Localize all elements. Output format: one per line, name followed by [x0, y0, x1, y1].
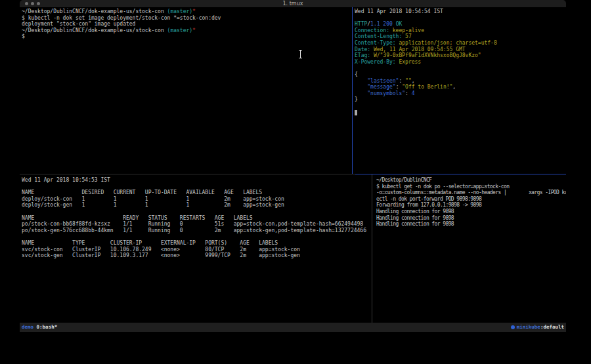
command-output: Handling connection for 9898 [376, 221, 566, 228]
http-header: ETag: W/"39-0xBPf9aF1dXVNkhsxoBQgJ8vKzo" [355, 52, 566, 59]
git-branch: (master) [167, 9, 193, 14]
json-brace-close: } [355, 96, 566, 103]
json-field: "message": "Off to Berlin!", [355, 84, 566, 91]
session-name[interactable]: demo [22, 324, 33, 330]
timestamp: Wed 11 Apr 2018 10:54:53 IST [22, 177, 370, 184]
kube-context: minikube [517, 324, 540, 330]
pane-bottom-left[interactable]: Wed 11 Apr 2018 10:54:53 IST NAME DESIRE… [22, 177, 370, 321]
command-output: Forwarding from 127.0.0.1:9898 -> 9898 [376, 202, 566, 209]
status-right: minikube:default [511, 323, 564, 332]
http-header: Content-Type: application/json; charset=… [355, 40, 566, 47]
titlebar[interactable]: 1. tmux [20, 0, 566, 7]
timestamp: Wed 11 Apr 2018 10:54:54 IST [355, 9, 566, 15]
command-output: Handling connection for 9898 [376, 215, 566, 222]
prompt-char: $ [22, 33, 350, 40]
http-header: Connection: keep-alive [355, 28, 566, 34]
git-dirty-flag: * [192, 9, 196, 14]
http-header: X-Powered-By: Express [355, 59, 566, 66]
window-name[interactable]: 0:bash* [33, 324, 57, 330]
table-row: svc/stock-gen ClusterIP 10.109.3.177 <no… [22, 253, 370, 259]
cursor-line [355, 110, 566, 116]
table-row: po/stock-con-bb68f88fd-kzsxz 1/1 Running… [22, 221, 370, 228]
command-line: -o=custom-columns=:metadata.name --no-he… [376, 190, 566, 196]
command-line: $ kubectl -n dok set image deployment/st… [22, 15, 350, 22]
table-row: deploy/stock-con 1 1 1 1 2m app=stock-co… [22, 196, 370, 203]
window-title: 1. tmux [20, 1, 566, 7]
pane-divider-vertical-bottom[interactable] [372, 174, 372, 323]
git-branch: (master) [167, 28, 193, 33]
http-version-status: 1.1 200 [370, 21, 396, 27]
pane-top-left[interactable]: ~/Desktop/DublinCNCF/dok-example-us/stoc… [22, 9, 350, 172]
pane-divider-horizontal-left[interactable] [20, 174, 355, 174]
prompt-path: ~/Desktop/DublinCNCF/dok-example-us/stoc… [22, 9, 167, 14]
pane-divider-vertical-top[interactable] [352, 7, 353, 174]
desktop-background: 1. tmux ~/Desktop/DublinCNCF/dok-example… [0, 0, 591, 364]
kube-namespace: :default [540, 324, 564, 330]
json-field: "lastseen": "", [355, 78, 566, 85]
table-header: NAME TYPE CLUSTER-IP EXTERNAL-IP PORT(S)… [22, 240, 370, 247]
command-line: ectl -n dok port-forward POD 9898:9898 [376, 196, 566, 203]
mouse-ibeam-cursor [299, 50, 302, 58]
status-left: demo 0:bash* [22, 323, 57, 332]
http-proto: HTTP [355, 21, 367, 27]
table-header: NAME DESIRED CURRENT UP-TO-DATE AVAILABL… [22, 190, 370, 196]
prompt-path: ~/Desktop/DublinCNCF/dok-example-us/stoc… [22, 28, 167, 33]
block-cursor [355, 110, 357, 115]
pane-divider-horizontal-right[interactable] [355, 174, 566, 174]
tmux-status-bar: demo 0:bash* minikube:default [20, 323, 566, 332]
prompt-line: ~/Desktop/DublinCNCF/dok-example-us/stoc… [22, 28, 350, 34]
prompt-line: ~/Desktop/DublinCNCF/dok-example-us/stoc… [22, 9, 350, 15]
http-status-line: HTTP/1.1 200 OK [355, 21, 566, 28]
table-header: NAME READY STATUS RESTARTS AGE LABELS [22, 215, 370, 222]
http-reason: OK [396, 21, 403, 27]
http-header: Date: Wed, 11 Apr 2018 09:54:55 GMT [355, 47, 566, 53]
table-row: deploy/stock-gen 1 1 1 1 2m app=stock-ge… [22, 202, 370, 209]
json-brace-open: { [355, 71, 566, 78]
pane-top-right[interactable]: Wed 11 Apr 2018 10:54:54 IST HTTP/1.1 20… [355, 9, 566, 172]
pane-bottom-right[interactable]: ~/Desktop/DublinCNCF $ kubectl get -n do… [376, 177, 566, 321]
command-output: deployment "stock-con" image updated [22, 21, 350, 28]
table-row: svc/stock-con ClusterIP 10.106.78.249 <n… [22, 247, 370, 253]
http-header: Content-Length: 57 [355, 33, 566, 40]
git-dirty-flag: * [192, 28, 196, 33]
prompt-path: ~/Desktop/DublinCNCF [376, 177, 566, 184]
helm-wheel-icon [511, 325, 515, 329]
command-line: $ kubectl get -n dok po --selector=app=s… [376, 184, 566, 190]
terminal-window: 1. tmux ~/Desktop/DublinCNCF/dok-example… [20, 0, 566, 332]
table-row: po/stock-gen-576cc688bb-44kmn 1/1 Runnin… [22, 228, 370, 234]
command-output: Handling connection for 9898 [376, 209, 566, 215]
json-field: "numsymbols": 4 [355, 91, 566, 97]
